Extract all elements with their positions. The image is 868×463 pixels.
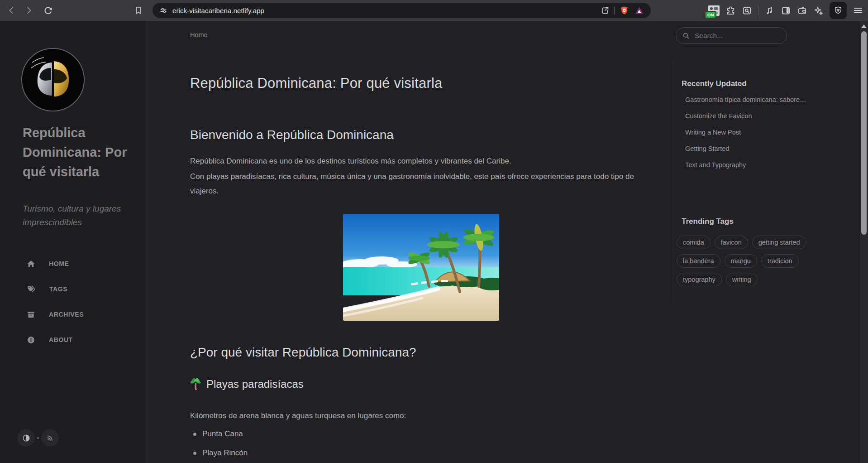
panel-divider [673, 61, 673, 303]
welcome-heading: Bienvenido a República Dominicana [190, 128, 661, 142]
palm-tree-icon [190, 378, 201, 391]
sidebar-item-archives[interactable]: ARCHIVES [0, 302, 147, 327]
tag-pill[interactable]: writing [726, 273, 758, 286]
search-icon [682, 32, 690, 40]
home-icon [26, 259, 36, 269]
rss-button[interactable] [41, 429, 59, 447]
forward-button[interactable] [24, 5, 34, 16]
theme-toggle-button[interactable] [17, 429, 35, 447]
back-button[interactable] [6, 5, 17, 16]
address-bar[interactable]: erick-visitacaribena.netlify.app [153, 3, 651, 18]
browser-toolbar: erick-visitacaribena.netlify.app [0, 0, 868, 21]
url-text[interactable]: erick-visitacaribena.netlify.app [172, 7, 600, 14]
recent-post-link[interactable]: Text and Typography [685, 161, 848, 178]
search-box[interactable] [676, 27, 787, 44]
trending-tags-list: comida favicon getting started la bander… [677, 236, 830, 286]
main-content: Home República Dominicana: Por qué visit… [148, 21, 673, 463]
sidebar-item-label: HOME [49, 260, 69, 267]
sidebar-nav: HOME TAGS [0, 251, 147, 352]
list-item: Punta Cana [190, 429, 661, 449]
recent-post-link[interactable]: Gastronomía típica dominicana: sabore… [685, 96, 848, 112]
scrollbar-thumb[interactable] [861, 31, 867, 235]
beach-photo [343, 214, 499, 321]
tags-icon [26, 284, 36, 294]
extensions-puzzle-icon[interactable] [725, 5, 736, 16]
sidebar-item-home[interactable]: HOME [0, 251, 147, 276]
reload-button[interactable] [43, 5, 53, 16]
page-body: República Dominicana: Por qué visitarla … [0, 21, 868, 463]
recent-post-link[interactable]: Writing a New Post [685, 129, 848, 145]
extension-thumbnail-icon[interactable]: ON [708, 5, 720, 16]
tag-pill[interactable]: comida [677, 236, 711, 249]
list-item: Playa Rincón [190, 449, 661, 463]
beaches-heading: Playas paradisíacas [206, 378, 304, 391]
beaches-intro: Kilómetros de arena blanca y aguas turqu… [190, 409, 661, 423]
recently-updated-title: Recently Updated [682, 79, 747, 88]
tag-pill[interactable]: favicon [715, 236, 748, 249]
site-title[interactable]: República Dominicana: Por qué visitarla [23, 123, 128, 182]
tag-pill[interactable]: getting started [752, 236, 806, 249]
sidebar-panel-icon[interactable] [781, 5, 791, 16]
site-sidebar: República Dominicana: Por qué visitarla … [0, 21, 148, 463]
brave-shields-icon[interactable] [619, 5, 630, 16]
sidebar-item-label: TAGS [49, 285, 67, 293]
breadcrumb[interactable]: Home [190, 31, 208, 39]
vpn-shield-button[interactable] [830, 2, 847, 19]
post-title: República Dominicana: Por qué visitarla [190, 75, 661, 92]
wallet-icon[interactable] [797, 5, 807, 16]
bookmark-icon[interactable] [133, 5, 144, 16]
sidebar-item-tags[interactable]: TAGS [0, 276, 147, 302]
beach-list: Punta Cana Playa Rincón [190, 429, 661, 463]
sidebar-item-about[interactable]: ABOUT [0, 327, 147, 352]
archive-icon [26, 310, 36, 319]
dot-separator [37, 437, 39, 439]
search-tabs-icon[interactable] [742, 5, 752, 16]
tag-pill[interactable]: tradicion [761, 254, 799, 268]
site-settings-icon[interactable] [159, 6, 168, 15]
site-subtitle: Turismo, cultura y lugares imprescindibl… [23, 202, 126, 229]
media-control-icon[interactable] [764, 5, 775, 16]
avatar[interactable] [21, 48, 85, 111]
sidebar-item-label: ABOUT [49, 336, 73, 343]
intro-paragraph-1: República Dominicana es uno de los desti… [190, 154, 661, 169]
tag-pill[interactable]: la bandera [677, 254, 720, 268]
recent-post-link[interactable]: Getting Started [685, 145, 848, 161]
tag-pill[interactable]: typography [677, 273, 722, 286]
sidebar-bottom-bar [17, 429, 59, 447]
extension-on-badge: ON [705, 11, 716, 19]
brave-rewards-icon[interactable] [634, 5, 644, 16]
search-input[interactable] [694, 31, 773, 40]
recent-post-link[interactable]: Customize the Favicon [685, 112, 848, 129]
intro-paragraph-2: Con playas paradisíacas, rica cultura, m… [190, 169, 636, 198]
info-icon [26, 335, 36, 345]
scrollbar-up-arrow[interactable] [861, 24, 867, 28]
why-visit-heading: ¿Por qué visitar República Dominicana? [190, 345, 661, 360]
share-icon[interactable] [600, 6, 610, 15]
trending-tags-title: Trending Tags [682, 217, 734, 226]
tag-pill[interactable]: mangu [725, 254, 757, 268]
recently-updated-list: Gastronomía típica dominicana: sabore… C… [685, 96, 848, 178]
sidebar-item-label: ARCHIVES [49, 311, 84, 318]
menu-hamburger-icon[interactable] [853, 5, 863, 16]
scrollbar-track[interactable] [860, 21, 868, 463]
leo-ai-sparkle-icon[interactable] [813, 5, 824, 16]
